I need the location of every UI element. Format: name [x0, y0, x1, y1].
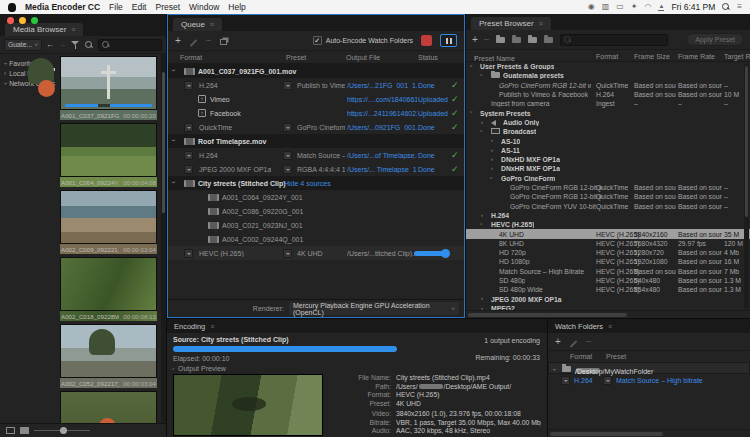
panel-menu-icon[interactable]: ≡	[539, 20, 543, 27]
output-file-link[interactable]: /Users/...21FG_001_1.mp4	[347, 82, 417, 89]
preset-row[interactable]: › JPEG 2000 MXF OP1a	[466, 294, 750, 303]
column-format[interactable]: Format	[180, 54, 202, 61]
export-preset-icon[interactable]	[544, 36, 554, 44]
output-file-link[interactable]: https://...24119614602283	[347, 110, 417, 117]
apply-preset-button[interactable]: Apply Preset	[686, 33, 744, 46]
eject-icon[interactable]: ▲	[658, 3, 664, 11]
media-thumbnail[interactable]: A002_C052_092217_... 00:00:03:04	[60, 324, 157, 388]
queue-row[interactable]: A003_C021_0923NJ_001	[168, 218, 464, 232]
chevron-down-icon[interactable]: ›	[551, 368, 558, 370]
panel-menu-icon[interactable]: ≡	[608, 323, 612, 330]
media-thumbnail[interactable]: A002_C009_092221_... 00:00:03:04	[60, 190, 157, 254]
expand-chevron-icon[interactable]: ›	[170, 69, 177, 71]
preset-dropdown[interactable]	[283, 81, 292, 90]
queue-row[interactable]: QuickTime GoPro Cineform RGB 12... /User…	[168, 120, 464, 134]
preset-row[interactable]: › DNxHR MXF OP1a	[466, 164, 750, 173]
preset-row[interactable]: › AS-10	[466, 136, 750, 145]
edit-button[interactable]	[189, 38, 198, 44]
output-file-link[interactable]: /Users/...titched Clip).mp4	[347, 250, 417, 257]
delete-preset-button[interactable]: −	[484, 35, 490, 45]
apple-menu-icon[interactable]	[8, 3, 16, 12]
preset-row[interactable]: GoPro CineForm YUV 10-bit QuickTime Base…	[466, 201, 750, 210]
queue-row[interactable]: A001_C064_09224Y_001	[168, 190, 464, 204]
preset-row[interactable]: › AS-11	[466, 146, 750, 155]
add-source-button[interactable]: +	[175, 36, 181, 46]
output-file-link[interactable]: /Users/...of Timelapse.mp4	[347, 152, 417, 159]
chevron-down-icon[interactable]: ›	[2, 62, 9, 64]
preset-row[interactable]: GoPro CineForm RGB 12-bit with alpha (Al…	[466, 81, 750, 90]
queue-row[interactable]: JPEG 2000 MXF OP1a RGBA 4:4:4:4 12-bit (…	[168, 162, 464, 176]
queue-row[interactable]: › City streets (Stitched Clip) Hide 4 so…	[168, 176, 464, 190]
preset-row[interactable]: › Broadcast	[466, 127, 750, 136]
import-preset-icon[interactable]	[528, 36, 538, 44]
queue-row[interactable]: › Roof Timelapse.mov	[168, 134, 464, 148]
tree-chevron-icon[interactable]: ›	[469, 65, 475, 67]
preset-dropdown[interactable]	[283, 249, 292, 258]
chevron-right-icon[interactable]: ›	[4, 70, 6, 77]
column-frame-size[interactable]: Frame Size	[634, 53, 670, 60]
preset-row[interactable]: SD 480p HEVC (H.265) 640x480 Based on so…	[466, 276, 750, 285]
preset-row[interactable]: Publish to Vimeo & Facebook H.264 Based …	[466, 90, 750, 99]
column-preset[interactable]: Preset	[606, 353, 626, 360]
column-format[interactable]: Format	[570, 353, 592, 360]
tree-chevron-icon[interactable]: ›	[481, 212, 483, 218]
preset-row[interactable]: Match Source – High Bitrate HEVC (H.265)…	[466, 267, 750, 276]
menu-edit[interactable]: Edit	[132, 2, 147, 12]
preset-dropdown[interactable]	[603, 376, 612, 385]
watch-horizontal-scrollbar[interactable]	[548, 429, 750, 437]
renderer-dropdown[interactable]: Mercury Playback Engine GPU Acceleration…	[289, 302, 459, 315]
panel-menu-icon[interactable]: ≡	[71, 26, 75, 33]
tree-chevron-icon[interactable]: ›	[479, 130, 485, 132]
tree-chevron-icon[interactable]: ›	[469, 111, 475, 113]
chevron-down-icon[interactable]: ›	[2, 82, 9, 84]
preset-row[interactable]: HD 1080p HEVC (H.265) 1920x1080 Based on…	[466, 257, 750, 266]
expand-chevron-icon[interactable]: ›	[170, 181, 177, 183]
preview-zoom-icon[interactable]	[84, 40, 94, 50]
queue-row[interactable]: ↑ Vimeo https://....com/184066142 Upload…	[168, 92, 464, 106]
format-dropdown[interactable]	[561, 376, 570, 385]
preset-row[interactable]: › User Presets & Groups	[466, 62, 750, 71]
chat-icon[interactable]: ▥	[602, 3, 610, 11]
menu-preset[interactable]: Preset	[155, 2, 180, 12]
output-file-link[interactable]: /Users/...0921FG_001.mov	[347, 124, 417, 131]
preset-settings-icon[interactable]	[512, 36, 522, 44]
media-thumbnail[interactable]	[60, 391, 157, 423]
preset-row[interactable]: Ingest from camera Ingest – – –	[466, 99, 750, 108]
panel-menu-icon[interactable]: ≡	[210, 21, 214, 28]
format-dropdown[interactable]	[184, 123, 193, 132]
tree-chevron-icon[interactable]: ›	[481, 119, 483, 125]
pause-queue-button[interactable]	[440, 34, 457, 47]
watch-folders-tabbar[interactable]: Watch Folders ≡	[548, 319, 750, 333]
add-watch-folder-button[interactable]: +	[555, 337, 561, 347]
format-dropdown[interactable]	[184, 249, 193, 258]
preset-dropdown[interactable]	[283, 165, 292, 174]
tree-chevron-icon[interactable]: ›	[491, 156, 493, 162]
tab-preset-browser[interactable]: Preset Browser ≡	[471, 17, 551, 30]
preset-row[interactable]: › HEVC (H.265)	[466, 220, 750, 229]
preset-row[interactable]: › GoPro CineForm	[466, 174, 750, 183]
menu-file[interactable]: File	[109, 2, 123, 12]
airdrop-icon[interactable]: ✦	[631, 3, 638, 11]
preset-row[interactable]: GoPro CineForm RGB 12-bit with alpha Qui…	[466, 183, 750, 192]
thumbnail-view-icon[interactable]	[20, 427, 29, 434]
tab-queue[interactable]: Queue ≡	[173, 18, 222, 31]
thumbnail-size-slider[interactable]	[34, 430, 90, 431]
column-output-file[interactable]: Output File	[346, 54, 380, 61]
preset-row[interactable]: › H.264	[466, 211, 750, 220]
preset-dropdown[interactable]	[283, 123, 292, 132]
menu-window[interactable]: Window	[189, 2, 219, 12]
close-window-button[interactable]	[7, 17, 14, 24]
watch-folder-row[interactable]: › /Users//Desktop/MyWatchFolder	[548, 362, 750, 374]
remove-button[interactable]: −	[206, 36, 212, 46]
zoom-window-button[interactable]	[31, 17, 38, 24]
queue-row[interactable]: A002_C086_09220G_001	[168, 204, 464, 218]
create-preset-button[interactable]: +	[472, 35, 478, 45]
output-preview-toggle[interactable]: › Output Preview	[173, 365, 541, 372]
preset-horizontal-scrollbar[interactable]	[466, 310, 750, 318]
queue-row[interactable]: A004_C002_09244Q_001	[168, 232, 464, 246]
preset-row[interactable]: › Guatemala presets	[466, 71, 750, 80]
column-preset[interactable]: Preset	[286, 54, 306, 61]
column-frame-rate[interactable]: Frame Rate	[678, 53, 715, 60]
display-icon[interactable]: ▭	[616, 3, 624, 11]
menu-help[interactable]: Help	[228, 2, 245, 12]
